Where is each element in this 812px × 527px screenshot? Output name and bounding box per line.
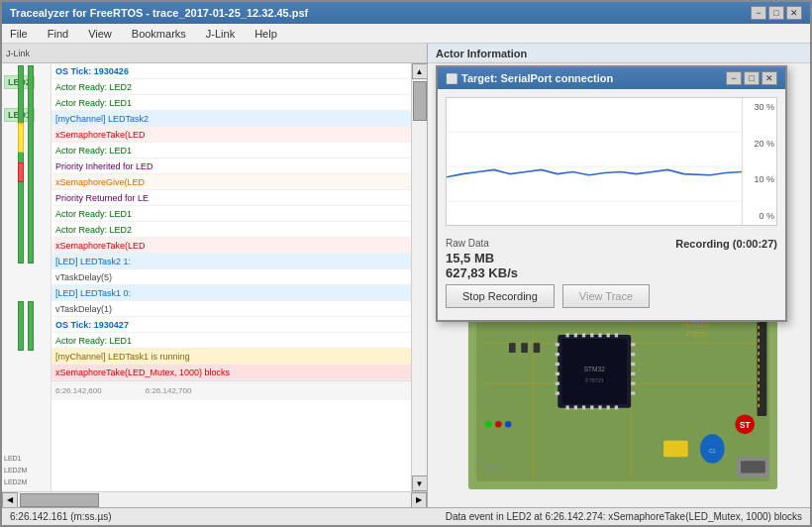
event-os-tick-2: OS Tick: 1930427 (51, 317, 411, 333)
dialog-minimize-button[interactable]: − (726, 71, 742, 85)
svg-rect-35 (631, 363, 635, 366)
event-actor-led2-1: Actor Ready: LED2 (51, 79, 411, 95)
svg-rect-48 (758, 326, 760, 329)
content-area: J-Link LED2 LED1 (2, 44, 810, 507)
event-ledtask1-0: [LED] LEDTask1 0: (51, 285, 411, 301)
chart-svg (447, 98, 742, 226)
svg-rect-57 (758, 384, 760, 387)
dialog-title: ⬜ Target: SerialPort connection (446, 72, 613, 84)
trace-scrollbar[interactable]: ▲ ▼ (411, 63, 427, 491)
view-trace-button[interactable]: View Trace (562, 284, 650, 308)
event-priority-returned: Priority Returned for LE (51, 190, 411, 206)
event-actor-led1-4: Actor Ready: LED1 (51, 333, 411, 349)
events-list[interactable]: OS Tick: 1930426 Actor Ready: LED2 Actor… (51, 63, 411, 491)
svg-rect-23 (590, 405, 593, 409)
svg-text:C1: C1 (709, 449, 716, 454)
menu-find[interactable]: Find (44, 28, 72, 40)
event-actor-led1-3: Actor Ready: LED1 (51, 206, 411, 222)
recording-status: Recording (0:00:27) (675, 238, 777, 250)
led1-gantt-bar2 (28, 301, 34, 351)
svg-rect-56 (758, 377, 760, 380)
trace-h-scrollbar[interactable]: ◀ ▶ (2, 491, 427, 507)
event-semaphore-take-1: xSemaphoreTake(LED (51, 127, 411, 143)
svg-rect-26 (615, 405, 618, 409)
svg-rect-71 (509, 343, 516, 353)
chart-area: 30 % 20 % 10 % 0 % (446, 97, 777, 226)
y-label-20: 20 % (745, 139, 774, 149)
svg-point-75 (495, 421, 502, 428)
event-actor-led1-2: Actor Ready: LED1 (51, 143, 411, 158)
serial-dialog: ⬜ Target: SerialPort connection − □ ✕ (436, 65, 787, 322)
event-vtaskdelay-5: vTaskDelay(5) (51, 269, 411, 285)
event-ledtask2-1: [LED] LEDTask2 1: (51, 254, 411, 269)
event-os-tick-1: OS Tick: 1930426 (51, 63, 411, 79)
stop-recording-button[interactable]: Stop Recording (446, 284, 555, 308)
svg-rect-14 (574, 333, 577, 337)
svg-rect-24 (598, 405, 601, 409)
status-bar-event: Data event in LED2 at 6:26.142.274: xSem… (446, 511, 802, 522)
svg-text:F767ZI: F767ZI (585, 377, 604, 383)
event-actor-led2-2: Actor Ready: LED2 (51, 222, 411, 238)
actor-info-bar: Actor Information (428, 44, 810, 63)
svg-rect-53 (758, 359, 760, 362)
event-vtaskdelay-1: vTaskDelay(1) (51, 301, 411, 317)
svg-rect-49 (758, 332, 760, 335)
close-button[interactable]: ✕ (786, 6, 802, 20)
actor-info-label: Actor Information (436, 48, 527, 59)
svg-rect-38 (631, 391, 635, 394)
dialog-maximize-button[interactable]: □ (744, 71, 760, 85)
dialog-body: 30 % 20 % 10 % 0 % Raw Data 15,5 MB 627,… (438, 89, 785, 320)
maximize-button[interactable]: □ (768, 6, 784, 20)
svg-rect-22 (582, 405, 585, 409)
chart-line (447, 169, 742, 176)
status-bar-time: 6:26.142.161 (m:ss.µs) (10, 511, 111, 522)
scroll-up-arrow[interactable]: ▲ (412, 63, 428, 79)
red-gantt-bar (18, 162, 24, 182)
svg-rect-37 (631, 382, 635, 385)
svg-rect-55 (758, 371, 760, 374)
menu-view[interactable]: View (84, 28, 116, 40)
time-label-ledtask: LED2M (4, 467, 27, 474)
yellow-gantt-bar (18, 123, 24, 153)
trace-panel: J-Link LED2 LED1 (2, 44, 428, 507)
svg-rect-18 (607, 333, 610, 337)
h-scroll-thumb[interactable] (20, 493, 99, 507)
raw-data-row: Raw Data 15,5 MB 627,83 KB/s Recording (… (446, 234, 777, 284)
svg-rect-28 (556, 353, 559, 356)
menu-bar: File Find View Bookmarks J-Link Help (2, 24, 810, 44)
dialog-close-button[interactable]: ✕ (761, 71, 777, 85)
dialog-title-bar: ⬜ Target: SerialPort connection − □ ✕ (438, 67, 785, 89)
led1-gantt-bar (28, 65, 34, 264)
dialog-icon: ⬜ (446, 73, 457, 84)
svg-point-74 (485, 421, 492, 428)
svg-rect-19 (615, 333, 618, 337)
svg-text:STM32: STM32 (584, 366, 606, 372)
svg-rect-15 (582, 333, 585, 337)
raw-data-size: 15,5 MB (446, 251, 518, 265)
menu-help[interactable]: Help (251, 28, 281, 40)
scroll-down-arrow[interactable]: ▼ (412, 475, 428, 491)
menu-file[interactable]: File (6, 28, 32, 40)
minimize-button[interactable]: − (751, 6, 766, 20)
button-row: Stop Recording View Trace (446, 284, 777, 308)
menu-jlink[interactable]: J-Link (202, 28, 239, 40)
event-actor-led1-1: Actor Ready: LED1 (51, 95, 411, 111)
y-label-30: 30 % (745, 102, 774, 112)
main-window-title: Tracealyzer for FreeRTOS - trace_2017-01… (10, 7, 308, 19)
scroll-thumb[interactable] (413, 81, 427, 121)
main-title-bar: Tracealyzer for FreeRTOS - trace_2017-01… (2, 2, 810, 24)
svg-rect-30 (556, 372, 559, 375)
recording-status-text: Recording (0:00:27) (675, 238, 777, 250)
svg-text:ST: ST (740, 421, 750, 430)
scroll-right-arrow[interactable]: ▶ (411, 492, 427, 508)
time-label-bottom: LED1 (4, 455, 22, 462)
svg-rect-21 (574, 405, 577, 409)
svg-rect-64 (663, 441, 688, 457)
y-label-10: 10 % (745, 174, 774, 184)
right-panel: Actor Information ⬜ Target: SerialPort c… (428, 44, 810, 507)
svg-rect-34 (631, 353, 635, 356)
menu-bookmarks[interactable]: Bookmarks (128, 28, 190, 40)
scroll-left-arrow[interactable]: ◀ (2, 492, 18, 508)
dialog-title-text: Target: SerialPort connection (461, 72, 613, 84)
svg-rect-31 (556, 382, 559, 385)
